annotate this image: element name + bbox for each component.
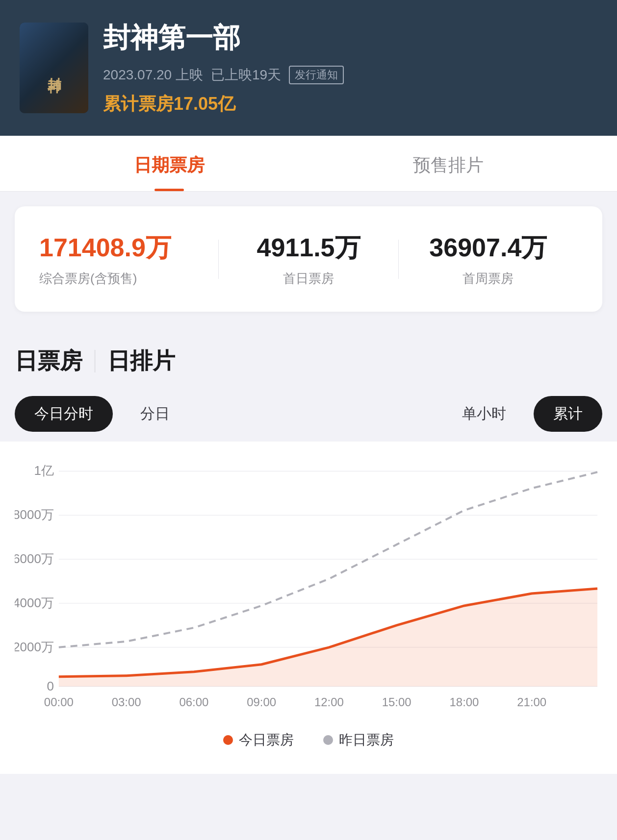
svg-text:09:00: 09:00 <box>247 695 276 709</box>
chart-title-1: 日票房 <box>15 346 82 376</box>
tab-presale[interactable]: 预售排片 <box>308 136 588 191</box>
stat-first-week: 36907.4万 首周票房 <box>399 231 578 287</box>
legend-today-label: 今日票房 <box>239 731 294 749</box>
svg-text:15:00: 15:00 <box>382 695 411 709</box>
stat-first-day-value: 4911.5万 <box>219 231 398 265</box>
svg-text:21:00: 21:00 <box>517 695 546 709</box>
tabs-bar: 日期票房 预售排片 <box>0 136 617 192</box>
legend-dot-today <box>223 735 233 745</box>
filter-today-hourly[interactable]: 今日分时 <box>15 396 113 432</box>
legend-dot-yesterday <box>323 735 333 745</box>
filter-daily[interactable]: 分日 <box>121 396 189 432</box>
filter-single-hour[interactable]: 单小时 <box>442 396 526 432</box>
chart-container: 1亿 8000万 6000万 4000万 2000万 0 00:00 03:00… <box>0 442 617 774</box>
notification-badge[interactable]: 发行通知 <box>289 66 344 84</box>
svg-text:12:00: 12:00 <box>314 695 344 709</box>
stat-comprehensive-label: 综合票房(含预售) <box>39 270 218 287</box>
filter-cumulative[interactable]: 累计 <box>534 396 602 432</box>
movie-header: 封神 封神第一部 2023.07.20 上映 已上映19天 发行通知 累计票房1… <box>0 0 617 136</box>
stat-first-week-label: 首周票房 <box>399 270 578 287</box>
chart-section-header: 日票房 日排片 <box>0 326 617 386</box>
movie-poster: 封神 <box>20 23 88 113</box>
chart-title-2: 日排片 <box>107 346 175 376</box>
filter-group-left: 今日分时 分日 <box>15 396 189 432</box>
movie-title: 封神第一部 <box>103 20 597 57</box>
filter-group-right: 单小时 累计 <box>442 396 602 432</box>
svg-text:2000万: 2000万 <box>15 640 54 654</box>
legend-yesterday-label: 昨日票房 <box>339 731 394 749</box>
stat-first-day: 4911.5万 首日票房 <box>219 231 398 287</box>
stat-first-week-value: 36907.4万 <box>399 231 578 265</box>
chart-svg: 1亿 8000万 6000万 4000万 2000万 0 00:00 03:00… <box>15 461 602 716</box>
svg-text:0: 0 <box>47 679 53 693</box>
movie-meta: 2023.07.20 上映 已上映19天 发行通知 <box>103 66 597 84</box>
legend-yesterday: 昨日票房 <box>323 731 394 749</box>
chart-legend: 今日票房 昨日票房 <box>15 716 602 759</box>
chart-area: 1亿 8000万 6000万 4000万 2000万 0 00:00 03:00… <box>15 461 602 716</box>
stat-comprehensive-value: 171408.9万 <box>39 231 218 265</box>
release-date: 2023.07.20 上映 <box>103 66 203 84</box>
svg-text:4000万: 4000万 <box>15 596 54 610</box>
movie-info: 封神第一部 2023.07.20 上映 已上映19天 发行通知 累计票房17.0… <box>103 20 597 116</box>
days-showing: 已上映19天 <box>211 66 281 84</box>
svg-text:00:00: 00:00 <box>44 695 74 709</box>
filter-row: 今日分时 分日 单小时 累计 <box>0 386 617 442</box>
svg-text:06:00: 06:00 <box>179 695 208 709</box>
stat-first-day-label: 首日票房 <box>219 270 398 287</box>
svg-text:1亿: 1亿 <box>34 464 53 477</box>
svg-text:6000万: 6000万 <box>15 552 54 566</box>
svg-text:18:00: 18:00 <box>449 695 479 709</box>
svg-text:8000万: 8000万 <box>15 508 54 521</box>
total-box-office: 累计票房17.05亿 <box>103 92 597 116</box>
stat-comprehensive: 171408.9万 综合票房(含预售) <box>39 231 218 287</box>
section-divider <box>94 350 96 372</box>
svg-text:03:00: 03:00 <box>112 695 141 709</box>
stats-card: 171408.9万 综合票房(含预售) 4911.5万 首日票房 36907.4… <box>15 206 602 312</box>
tab-daily-box-office[interactable]: 日期票房 <box>29 136 308 191</box>
legend-today: 今日票房 <box>223 731 294 749</box>
